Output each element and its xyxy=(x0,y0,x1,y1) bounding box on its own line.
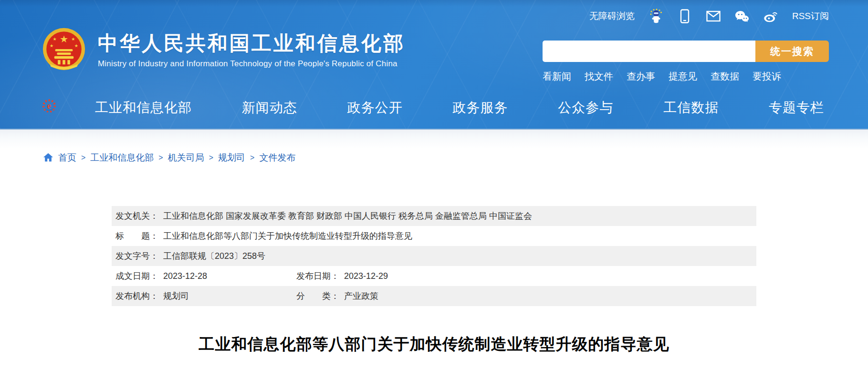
breadcrumb: 首页 > 工业和信息化部 > 机关司局 > 规划司 > 文件发布 xyxy=(0,149,868,164)
breadcrumb-planning-dept[interactable]: 规划司 xyxy=(218,152,245,164)
main-nav: 工业和信息化部 新闻动态 政务公开 政务服务 公众参与 工信数据 专题专栏 xyxy=(95,99,824,117)
national-emblem-icon: ★ ★ ★ ★ ★ xyxy=(42,26,86,77)
svg-text:★: ★ xyxy=(60,34,68,44)
publish-date-value: 2023-12-29 xyxy=(344,271,388,281)
page-content: 首页 > 工业和信息化部 > 机关司局 > 规划司 > 文件发布 发文机关： 工… xyxy=(0,130,868,355)
mail-icon[interactable] xyxy=(706,9,721,24)
quick-link-data[interactable]: 查数据 xyxy=(711,70,739,83)
publisher-label: 发布机构： xyxy=(115,290,158,302)
weibo-icon[interactable] xyxy=(763,9,778,24)
breadcrumb-departments[interactable]: 机关司局 xyxy=(168,152,204,164)
nav-item-miit-data[interactable]: 工信数据 xyxy=(663,99,719,117)
written-date-label: 成文日期： xyxy=(115,270,158,282)
doc-title-value: 工业和信息化部等八部门关于加快传统制造业转型升级的指导意见 xyxy=(163,230,412,242)
search-input[interactable] xyxy=(543,41,755,62)
miit-e-logo-icon[interactable]: e xyxy=(41,97,57,116)
issuing-agency-value: 工业和信息化部 国家发展改革委 教育部 财政部 中国人民银行 税务总局 金融监管… xyxy=(163,210,532,222)
svg-text:★: ★ xyxy=(50,43,53,48)
quick-link-suggestions[interactable]: 提意见 xyxy=(669,70,697,83)
breadcrumb-miit[interactable]: 工业和信息化部 xyxy=(90,152,154,164)
nav-item-news[interactable]: 新闻动态 xyxy=(242,99,297,117)
site-brand[interactable]: ★ ★ ★ ★ ★ 中华人民共和国工业和信息化部 Ministry of Ind… xyxy=(42,26,405,77)
doc-number-label: 发文字号： xyxy=(115,250,158,262)
accessibility-link[interactable]: 无障碍浏览 xyxy=(589,10,635,22)
breadcrumb-separator: > xyxy=(158,154,163,162)
search-bar: 统一搜索 xyxy=(543,41,829,62)
written-date-value: 2023-12-28 xyxy=(163,271,207,281)
quick-link-files[interactable]: 找文件 xyxy=(585,70,613,83)
document-heading: 工业和信息化部等八部门关于加快传统制造业转型升级的指导意见 xyxy=(0,334,868,355)
top-utility-bar: 无障碍浏览 xyxy=(589,9,829,24)
breadcrumb-separator: > xyxy=(250,154,254,162)
meta-row-doc-number: 发文字号： 工信部联规〔2023〕258号 xyxy=(112,246,756,266)
search-button[interactable]: 统一搜索 xyxy=(755,41,829,62)
issuing-agency-label: 发文机关： xyxy=(115,210,158,222)
category-label: 分 类： xyxy=(296,290,339,302)
nav-item-miit[interactable]: 工业和信息化部 xyxy=(95,99,192,117)
mascot-robot-icon[interactable] xyxy=(649,9,663,24)
doc-number-value: 工信部联规〔2023〕258号 xyxy=(163,250,265,262)
breadcrumb-home[interactable]: 首页 xyxy=(58,152,76,164)
site-title: 中华人民共和国工业和信息化部 xyxy=(98,32,405,55)
wechat-icon[interactable] xyxy=(735,9,749,24)
nav-item-public-participation[interactable]: 公众参与 xyxy=(558,99,613,117)
site-header: 无障碍浏览 xyxy=(0,0,868,130)
document-meta-table: 发文机关： 工业和信息化部 国家发展改革委 教育部 财政部 中国人民银行 税务总… xyxy=(112,206,756,306)
home-icon[interactable] xyxy=(43,152,53,163)
svg-text:★: ★ xyxy=(74,43,78,48)
site-subtitle: Ministry of Industry and Information Tec… xyxy=(98,59,405,69)
svg-text:★: ★ xyxy=(71,37,75,41)
breadcrumb-document-release[interactable]: 文件发布 xyxy=(259,152,295,164)
quick-link-news[interactable]: 看新闻 xyxy=(543,70,571,83)
quick-link-services[interactable]: 查办事 xyxy=(627,70,655,83)
quick-link-complaints[interactable]: 要投诉 xyxy=(753,70,781,83)
nav-item-gov-affairs[interactable]: 政务公开 xyxy=(347,99,403,117)
doc-title-label: 标 题： xyxy=(115,230,158,242)
publisher-value: 规划司 xyxy=(163,290,189,302)
meta-row-title: 标 题： 工业和信息化部等八部门关于加快传统制造业转型升级的指导意见 xyxy=(112,226,756,246)
site-brand-text: 中华人民共和国工业和信息化部 Ministry of Industry and … xyxy=(98,26,405,69)
svg-text:★: ★ xyxy=(53,37,57,41)
publish-date-label: 发布日期： xyxy=(296,270,339,282)
meta-row-dates: 成文日期： 2023-12-28 发布日期： 2023-12-29 xyxy=(112,266,756,286)
nav-item-gov-services[interactable]: 政务服务 xyxy=(452,99,508,117)
mobile-phone-icon[interactable] xyxy=(678,9,692,24)
svg-text:e: e xyxy=(47,101,51,111)
category-value: 产业政策 xyxy=(344,290,378,302)
breadcrumb-separator: > xyxy=(81,154,85,162)
rss-link[interactable]: RSS订阅 xyxy=(792,10,829,22)
nav-item-special-topics[interactable]: 专题专栏 xyxy=(769,99,824,117)
meta-row-issuing-agency: 发文机关： 工业和信息化部 国家发展改革委 教育部 财政部 中国人民银行 税务总… xyxy=(112,206,756,226)
quick-links: 看新闻 找文件 查办事 提意见 查数据 要投诉 xyxy=(543,70,781,83)
header-shadow-strip xyxy=(0,130,868,149)
meta-row-publisher-category: 发布机构： 规划司 分 类： 产业政策 xyxy=(112,286,756,306)
breadcrumb-separator: > xyxy=(209,154,213,162)
